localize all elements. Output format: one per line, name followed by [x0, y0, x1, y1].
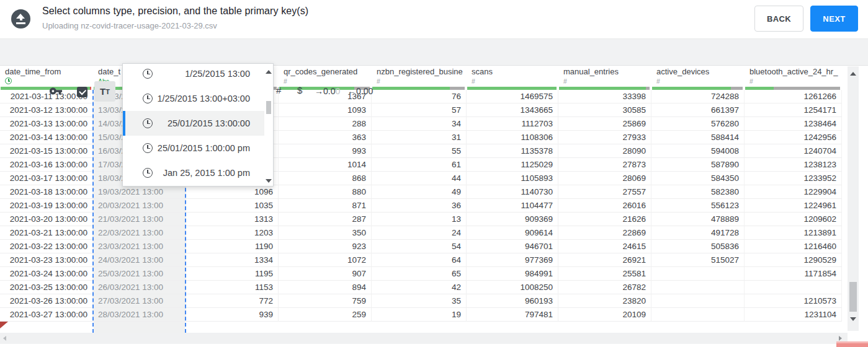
table-cell[interactable]: 909369: [467, 213, 558, 226]
scroll-left-icon[interactable]: [3, 336, 6, 341]
table-cell[interactable]: 1209602: [745, 213, 842, 226]
table-cell[interactable]: 350: [279, 226, 372, 240]
table-cell[interactable]: 2021-03-24 13:00:00: [0, 267, 93, 281]
scroll-right-icon[interactable]: [839, 336, 842, 341]
table-cell[interactable]: 868: [279, 172, 372, 185]
column-header-active_devices[interactable]: active_devices#: [651, 66, 745, 90]
back-button[interactable]: BACK: [754, 6, 803, 32]
table-cell[interactable]: 1125029: [467, 158, 558, 172]
table-cell[interactable]: 1014: [279, 158, 372, 172]
format-option[interactable]: 1/25/2015 13:00: [123, 63, 265, 86]
table-cell[interactable]: 939: [186, 308, 279, 322]
table-cell[interactable]: 44: [372, 172, 467, 185]
table-cell[interactable]: 1213891: [745, 226, 842, 240]
table-cell[interactable]: 759: [279, 294, 372, 308]
table-cell[interactable]: 1153: [186, 281, 279, 294]
table-cell[interactable]: [651, 294, 745, 308]
include-column-checkbox[interactable]: [77, 87, 87, 97]
table-cell[interactable]: 1216460: [745, 240, 842, 253]
table-cell[interactable]: 19/03/2021 13:00: [93, 185, 186, 199]
table-cell[interactable]: 515027: [651, 253, 745, 267]
table-cell[interactable]: 49: [372, 185, 467, 199]
table-cell[interactable]: 946701: [467, 240, 558, 253]
table-cell[interactable]: 2021-03-22 13:00:00: [0, 240, 93, 253]
table-cell[interactable]: 61: [372, 158, 467, 172]
table-cell[interactable]: 259: [279, 308, 372, 322]
table-cell[interactable]: 23820: [558, 294, 651, 308]
table-cell[interactable]: 55: [372, 144, 467, 158]
table-cell[interactable]: 34: [372, 117, 467, 131]
table-cell[interactable]: 1233952: [745, 172, 842, 185]
table-cell[interactable]: 1093: [279, 103, 372, 117]
table-cell[interactable]: 25869: [558, 117, 651, 131]
column-header-bluetooth_active_24_hr_[interactable]: bluetooth_active_24_hr_#: [745, 66, 842, 90]
table-cell[interactable]: 1195: [186, 267, 279, 281]
format-option[interactable]: 25/01/2015 1:00:00 pm: [123, 136, 265, 160]
table-cell[interactable]: 1140730: [467, 185, 558, 199]
table-cell[interactable]: 661397: [651, 103, 745, 117]
table-cell[interactable]: 1290529: [745, 253, 842, 267]
table-cell[interactable]: 25/03/2021 13:00: [93, 267, 186, 281]
table-cell[interactable]: 28/03/2021 13:00: [93, 308, 186, 322]
primary-key-icon[interactable]: [48, 84, 63, 98]
column-header-nzbn_registered_busine[interactable]: nzbn_registered_busine#: [372, 66, 467, 90]
table-cell[interactable]: 1096: [186, 185, 279, 199]
vertical-scrollbar[interactable]: [848, 66, 859, 331]
scroll-up-icon[interactable]: [266, 70, 272, 74]
table-cell[interactable]: 1105893: [467, 172, 558, 185]
table-cell[interactable]: 1104477: [467, 199, 558, 213]
table-cell[interactable]: 27557: [558, 185, 651, 199]
table-cell[interactable]: 24: [372, 226, 467, 240]
table-cell[interactable]: 28069: [558, 172, 651, 185]
table-cell[interactable]: 1261266: [745, 90, 842, 103]
table-cell[interactable]: 588414: [651, 131, 745, 144]
table-cell[interactable]: 505836: [651, 240, 745, 253]
column-header-manual_entries[interactable]: manual_entries#: [558, 66, 651, 90]
table-cell[interactable]: 26/03/2021 13:00: [93, 281, 186, 294]
table-cell[interactable]: 57: [372, 103, 467, 117]
table-cell[interactable]: 977369: [467, 253, 558, 267]
scroll-up-icon[interactable]: [850, 72, 856, 76]
table-cell[interactable]: 2021-03-25 13:00:00: [0, 281, 93, 294]
scroll-down-icon[interactable]: [266, 179, 272, 183]
table-cell[interactable]: 2021-03-14 13:00:00: [0, 131, 93, 144]
table-cell[interactable]: 491728: [651, 226, 745, 240]
table-cell[interactable]: 363: [279, 131, 372, 144]
table-cell[interactable]: 287: [279, 213, 372, 226]
table-cell[interactable]: 1240704: [745, 144, 842, 158]
horizontal-scrollbar-thumb[interactable]: [836, 341, 868, 347]
table-cell[interactable]: 1210573: [745, 294, 842, 308]
table-cell[interactable]: 26016: [558, 199, 651, 213]
table-cell[interactable]: 20/03/2021 13:00: [93, 199, 186, 213]
table-cell[interactable]: 65: [372, 267, 467, 281]
table-cell[interactable]: 23/03/2021 13:00: [93, 240, 186, 253]
format-option[interactable]: 25/01/2015 13:00:00: [123, 111, 265, 136]
table-cell[interactable]: 288: [279, 117, 372, 131]
table-cell[interactable]: [651, 308, 745, 322]
number-type-button[interactable]: #: [276, 85, 281, 95]
table-cell[interactable]: 1008250: [467, 281, 558, 294]
dropdown-scrollbar[interactable]: [264, 64, 273, 186]
format-option[interactable]: 1/25/2015 13:00+03:00: [123, 86, 265, 111]
table-cell[interactable]: 22/03/2021 13:00: [93, 226, 186, 240]
table-cell[interactable]: 2021-03-12 13:00:00: [0, 103, 93, 117]
table-cell[interactable]: 54: [372, 240, 467, 253]
table-cell[interactable]: 1238464: [745, 117, 842, 131]
table-cell[interactable]: 582380: [651, 185, 745, 199]
table-cell[interactable]: 2021-03-26 13:00:00: [0, 294, 93, 308]
format-option[interactable]: Jan 25, 2015 1:00 pm: [123, 160, 265, 185]
table-cell[interactable]: 1343665: [467, 103, 558, 117]
table-cell[interactable]: 909614: [467, 226, 558, 240]
table-cell[interactable]: 772: [186, 294, 279, 308]
table-cell[interactable]: 2021-03-23 13:00:00: [0, 253, 93, 267]
decrease-decimal-button[interactable]: ←0.00: [347, 86, 373, 96]
table-cell[interactable]: [651, 281, 745, 294]
table-cell[interactable]: 1469575: [467, 90, 558, 103]
table-cell[interactable]: 1035: [186, 199, 279, 213]
table-cell[interactable]: 923: [279, 240, 372, 253]
table-cell[interactable]: 27/03/2021 13:00: [93, 294, 186, 308]
table-cell[interactable]: 31: [372, 131, 467, 144]
currency-type-button[interactable]: $: [297, 85, 302, 95]
table-cell[interactable]: 19: [372, 308, 467, 322]
table-cell[interactable]: 24615: [558, 240, 651, 253]
